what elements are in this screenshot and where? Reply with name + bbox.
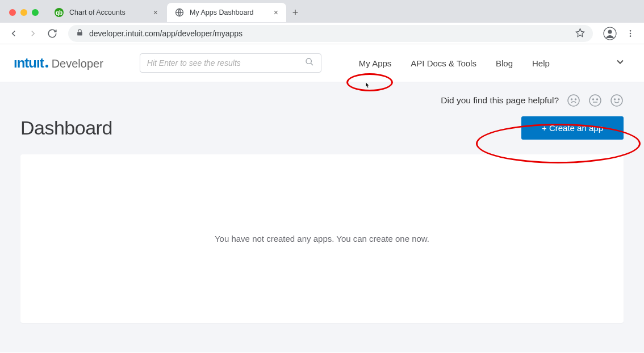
svg-point-6: [630, 32, 632, 34]
qb-favicon: qb: [55, 8, 64, 17]
empty-state-panel: You have not created any apps. You can c…: [20, 154, 624, 323]
header-search[interactable]: [140, 53, 321, 73]
page-content: Did you find this page helpful? Dashboar…: [0, 82, 644, 352]
svg-point-4: [608, 30, 612, 33]
svg-point-5: [630, 30, 632, 32]
svg-point-11: [575, 99, 576, 100]
header-nav: My Apps API Docs & Tools Blog Help: [359, 58, 550, 68]
reload-button[interactable]: [45, 27, 59, 40]
svg-point-14: [597, 99, 598, 100]
nav-help[interactable]: Help: [532, 58, 550, 68]
close-tab-icon[interactable]: ×: [274, 8, 278, 17]
search-icon[interactable]: [305, 57, 314, 69]
account-dropdown[interactable]: [614, 56, 630, 70]
tab-bar: qb Chart of Accounts × My Apps Dashboard…: [0, 0, 644, 23]
search-input[interactable]: [147, 58, 305, 68]
dashboard-header-row: Dashboard + Create an app: [20, 116, 624, 140]
svg-point-12: [589, 95, 601, 106]
browser-tab-inactive[interactable]: qb Chart of Accounts ×: [47, 3, 166, 22]
svg-point-7: [630, 35, 632, 37]
logo-brand: ıntuıt: [14, 55, 44, 71]
empty-state-text: You have not created any apps. You can c…: [215, 234, 429, 243]
browser-tab-active[interactable]: My Apps Dashboard ×: [167, 3, 286, 22]
profile-avatar-icon[interactable]: [602, 26, 618, 41]
lock-icon: [76, 29, 83, 38]
svg-text:qb: qb: [56, 10, 62, 16]
nav-my-apps[interactable]: My Apps: [359, 58, 392, 68]
close-window-button[interactable]: [9, 9, 16, 16]
intuit-developer-logo[interactable]: ıntuıt Developer: [14, 55, 103, 71]
svg-point-10: [571, 99, 572, 100]
feedback-prompt: Did you find this page helpful?: [441, 95, 559, 106]
svg-point-16: [614, 99, 616, 100]
browser-toolbar: developer.intuit.com/app/developer/myapp…: [0, 23, 644, 44]
browser-chrome: qb Chart of Accounts × My Apps Dashboard…: [0, 0, 644, 44]
site-header: ıntuıt Developer My Apps API Docs & Tool…: [0, 44, 644, 82]
browser-menu-icon[interactable]: [624, 27, 637, 40]
svg-point-17: [618, 99, 620, 100]
url-text: developer.intuit.com/app/developer/myapp…: [89, 29, 570, 38]
face-happy-icon[interactable]: [610, 94, 624, 107]
tab-title: Chart of Accounts: [69, 9, 148, 16]
minimize-window-button[interactable]: [20, 9, 27, 16]
svg-point-8: [306, 58, 311, 64]
svg-point-15: [611, 95, 622, 106]
maximize-window-button[interactable]: [32, 9, 39, 16]
svg-point-13: [593, 99, 594, 100]
svg-point-9: [568, 95, 579, 106]
face-neutral-icon[interactable]: [588, 94, 602, 107]
nav-blog[interactable]: Blog: [496, 58, 513, 68]
globe-favicon: [175, 8, 184, 17]
face-sad-icon[interactable]: [567, 94, 580, 107]
window-controls: [5, 9, 45, 16]
forward-button[interactable]: [26, 27, 40, 40]
page-title: Dashboard: [20, 117, 112, 139]
new-tab-button[interactable]: +: [287, 5, 303, 20]
logo-dot-icon: [45, 65, 48, 68]
address-bar[interactable]: developer.intuit.com/app/developer/myapp…: [68, 25, 593, 42]
close-tab-icon[interactable]: ×: [153, 8, 158, 17]
logo-sub: Developer: [52, 57, 103, 70]
nav-api-docs[interactable]: API Docs & Tools: [411, 58, 476, 68]
back-button[interactable]: [7, 27, 20, 40]
create-app-button[interactable]: + Create an app: [521, 116, 624, 140]
bookmark-star-icon[interactable]: [575, 28, 585, 39]
tab-title: My Apps Dashboard: [190, 9, 268, 16]
feedback-row: Did you find this page helpful?: [20, 94, 624, 107]
